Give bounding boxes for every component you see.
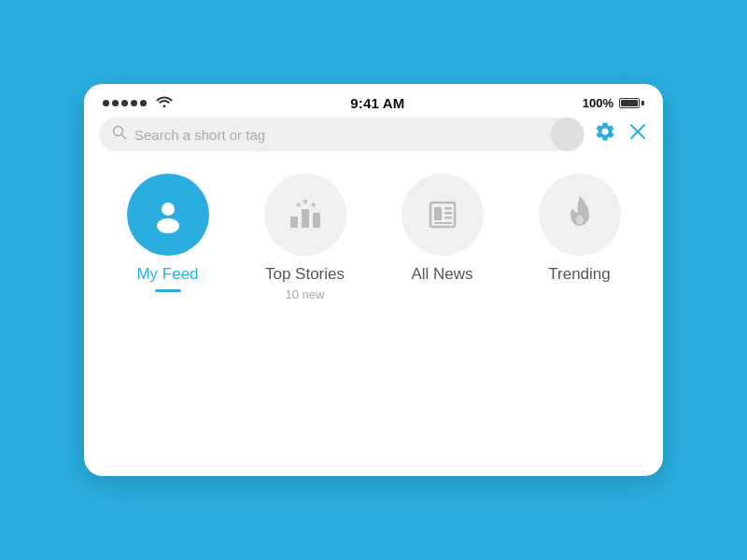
trending-circle: [539, 174, 621, 256]
dot-2: [112, 100, 119, 106]
active-underline: [155, 289, 181, 292]
search-row-wrapper: Search a short or tag: [84, 118, 663, 151]
person-icon: [149, 196, 187, 233]
wifi-icon: [156, 95, 173, 110]
top-stories-sublabel: 10 new: [286, 287, 325, 301]
battery-tip: [641, 101, 644, 105]
flame-icon: [563, 194, 597, 235]
gear-icon[interactable]: [594, 120, 616, 148]
status-right: 100%: [583, 96, 644, 110]
svg-point-5: [157, 218, 179, 233]
status-time: 9:41 AM: [350, 95, 404, 111]
battery-icon: [619, 98, 644, 108]
status-left: [103, 95, 173, 110]
dot-5: [140, 100, 147, 106]
status-bar: 9:41 AM 100%: [84, 84, 663, 118]
nav-item-trending[interactable]: Trending: [529, 174, 631, 284]
nav-item-my-feed[interactable]: My Feed: [117, 174, 219, 292]
svg-point-4: [162, 203, 175, 216]
dot-1: [103, 100, 109, 106]
chart-stars-icon: ★ ★ ★: [285, 196, 326, 233]
phone-card: 9:41 AM 100% Search a short or tag: [84, 84, 663, 476]
svg-rect-13: [434, 207, 442, 220]
battery-fill: [621, 100, 638, 106]
all-news-label: All News: [411, 265, 472, 284]
dot-3: [121, 100, 128, 106]
search-container[interactable]: Search a short or tag: [99, 118, 583, 151]
all-news-circle: [402, 174, 484, 256]
top-stories-label: Top Stories: [265, 265, 345, 284]
svg-line-1: [122, 135, 126, 139]
svg-rect-14: [444, 207, 452, 210]
nav-item-top-stories[interactable]: ★ ★ ★ Top Stories 10 new: [254, 174, 357, 301]
svg-text:★: ★: [309, 201, 316, 209]
my-feed-label: My Feed: [136, 265, 198, 284]
svg-rect-8: [313, 213, 320, 228]
search-placeholder: Search a short or tag: [134, 127, 570, 143]
battery-percent: 100%: [583, 96, 613, 110]
svg-rect-15: [444, 212, 452, 215]
svg-rect-16: [444, 217, 452, 219]
signal-dots: [103, 100, 147, 106]
svg-text:★: ★: [294, 201, 301, 209]
svg-rect-17: [434, 222, 452, 224]
my-feed-circle: [127, 174, 209, 256]
svg-rect-7: [302, 209, 309, 228]
svg-rect-6: [290, 217, 298, 228]
nav-row: My Feed ★ ★ ★ Top Stories 10 new: [84, 151, 663, 329]
search-icon: [112, 125, 127, 144]
dot-4: [131, 100, 137, 106]
battery-body: [619, 98, 640, 108]
close-icon[interactable]: [627, 121, 648, 147]
nav-item-all-news[interactable]: All News: [391, 174, 494, 284]
newspaper-icon: [423, 195, 462, 234]
search-avatar-overlay: [551, 118, 585, 151]
svg-text:★: ★: [302, 197, 309, 206]
trending-label: Trending: [548, 265, 610, 284]
top-stories-circle: ★ ★ ★: [264, 174, 346, 256]
